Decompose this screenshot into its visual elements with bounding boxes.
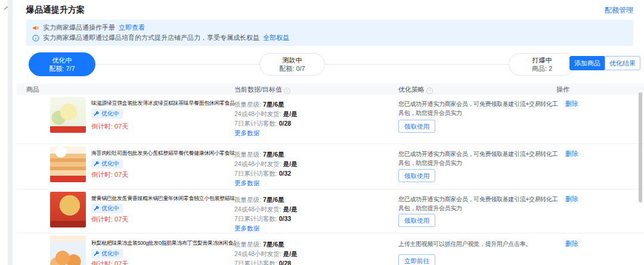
step-quota: 配额: 0/7 — [279, 64, 305, 73]
notice-line-manual: 实力商家爆品通操作手册 立即查看 — [32, 23, 627, 33]
left-gutter-rail — [8, 0, 13, 265]
product-image[interactable] — [50, 146, 86, 182]
metric-value: 7星/6星 — [263, 241, 284, 248]
notice-text-benefit: 实力商家爆品通即通过爆品培育的方式提升店铺产品力，享受专属成长权益 — [43, 33, 259, 42]
step-label: 打爆中 — [532, 56, 552, 64]
status-badge: 优化中 — [91, 249, 123, 258]
step-quota: 商品: 2 — [532, 64, 552, 73]
product-title[interactable]: 味滋源绿豆饼盒装批发薄冰皮绿豆糕抹茶味早餐面包休闲零食品小吃 — [91, 99, 236, 107]
metric-label: 7日累计访客数: — [234, 120, 277, 127]
status-label: 优化中 — [101, 160, 119, 168]
status-label: 优化中 — [101, 110, 119, 118]
metric-label: 24或48小时发货: — [234, 205, 281, 213]
metric-label: 24或48小时发货: — [234, 250, 281, 257]
table-row: 海苔肉松吐司面包批发夹心蛋糕整箱早餐代餐健康休闲小零食味滋源 优化中 倒计时: … — [17, 144, 644, 189]
step-label: 测款中 — [283, 56, 302, 64]
delete-link[interactable]: 删除 — [565, 195, 578, 204]
wrench-icon — [94, 205, 100, 211]
more-data-link[interactable]: 更多数据 — [234, 179, 259, 186]
metric-value: 0/28 — [279, 120, 291, 127]
countdown-text: 倒计时: 07天 — [91, 260, 128, 265]
metrics-block: 质量星级:7星/6星 24或48小时发货:是/是 7日累计访客数:0/33 更多… — [234, 195, 391, 233]
metric-value: 是/是 — [283, 110, 298, 117]
metric-label: 7日累计访客数: — [234, 170, 277, 177]
status-label: 优化中 — [101, 250, 119, 258]
product-title[interactable]: 秋梨枇杷味果冻盒装500g批发0脂肪果冻布丁雪梨膏果冻休闲食品 — [91, 239, 236, 247]
step-exploding[interactable]: 打爆中 商品: 2 — [509, 53, 575, 76]
product-title[interactable]: 蟹黄锅巴批发蛋黄香辣糯米锅巴童年休闲零食独立小包装整箱味滋源 — [91, 195, 236, 202]
product-image[interactable] — [50, 192, 86, 227]
metric-value: 7星/6星 — [263, 151, 284, 158]
product-title[interactable]: 海苔肉松吐司面包批发夹心蛋糕整箱早餐代餐健康休闲小零食味滋源 — [91, 149, 236, 157]
wrench-icon — [94, 161, 100, 167]
step-optimizing[interactable]: 优化中 配额: 7/7 — [29, 52, 95, 76]
countdown-text: 倒计时: 07天 — [91, 170, 128, 179]
metric-label: 24或48小时发货: — [234, 160, 281, 167]
status-label: 优化中 — [101, 204, 119, 213]
metric-label: 质量星级: — [234, 101, 261, 108]
question-circle-icon[interactable]: ? — [284, 88, 290, 94]
metric-label: 质量星级: — [234, 241, 261, 248]
stepper-connector — [95, 64, 259, 65]
wrench-icon — [94, 111, 100, 117]
table-row: 秋梨枇杷味果冻盒装500g批发0脂肪果冻布丁雪梨膏果冻休闲食品 优化中 倒计时:… — [17, 233, 644, 265]
col-header-product: 商品 — [26, 85, 39, 94]
notice-line-benefit: 实力商家爆品通即通过爆品培育的方式提升店铺产品力，享受专属成长权益 全部权益 — [32, 33, 627, 43]
metric-value: 7星/6星 — [263, 196, 284, 203]
metric-value: 是/是 — [283, 205, 298, 213]
step-quota: 配额: 7/7 — [49, 64, 75, 73]
strategy-text: 上传主图视频可以抓住用户视觉，提升用户点击率。 — [398, 239, 558, 248]
all-benefits-link[interactable]: 全部权益 — [263, 33, 289, 42]
metric-value: 0/33 — [279, 215, 291, 222]
notice-banner: 实力商家爆品通操作手册 立即查看 实力商家爆品通即通过爆品培育的方式提升店铺产品… — [26, 20, 633, 46]
step-testing[interactable]: 测款中 配额: 0/7 — [259, 53, 325, 76]
metrics-block: 质量星级:7星/6星 24或48小时发货:是/是 7日累计访客数:0/28 更多… — [234, 99, 391, 138]
metric-label: 24或48小时发货: — [234, 110, 281, 117]
col-header-strategy: 优化策略? — [398, 85, 433, 94]
strategy-text: 您已成功开通实力商家会员，可免费领取基建引流+交易转化工具包，助您提升会员实力 — [398, 149, 558, 167]
metrics-block: 质量星级:7星/6星 24或48小时发货:是/是 7日累计访客数:0/28 更多… — [234, 239, 391, 265]
col-header-data: 当前数据/目标值? — [234, 85, 290, 94]
metric-value: 是/是 — [283, 160, 298, 167]
question-circle-icon[interactable]: ? — [426, 88, 433, 94]
hot-product-plan-panel: 爆品通提升方案 配额管理 实力商家爆品通操作手册 立即查看 实力商家爆品通即通过… — [0, 0, 644, 265]
vertical-scrollbar-thumb[interactable] — [639, 92, 642, 202]
metric-label: 7日累计访客数: — [234, 260, 277, 265]
status-badge: 优化中 — [91, 159, 123, 169]
delete-link[interactable]: 删除 — [565, 99, 578, 108]
product-image[interactable] — [50, 236, 86, 265]
quota-manage-link[interactable]: 配额管理 — [605, 5, 633, 15]
col-header-action: 操作 — [556, 85, 569, 94]
optimize-result-button[interactable]: 优化结果 — [605, 56, 640, 70]
product-image[interactable] — [50, 97, 86, 133]
metrics-block: 质量星级:7星/6星 24或48小时发货:是/是 7日累计访客数:0/32 更多… — [234, 149, 391, 188]
view-now-link[interactable]: 立即查看 — [119, 23, 145, 32]
status-badge: 优化中 — [91, 109, 123, 119]
table-row: 蟹黄锅巴批发蛋黄香辣糯米锅巴童年休闲零食独立小包装整箱味滋源 优化中 倒计时: … — [17, 189, 644, 233]
wrench-icon — [94, 251, 100, 257]
metric-label: 质量星级: — [234, 151, 261, 158]
table-header: 商品 当前数据/目标值? 优化策略? 操作 — [17, 83, 644, 95]
claim-use-button[interactable]: 领取使用 — [398, 214, 435, 227]
megaphone-icon — [32, 24, 39, 32]
more-data-link[interactable]: 更多数据 — [234, 129, 259, 136]
metric-value: 0/32 — [279, 170, 291, 177]
strategy-text: 您已成功开通实力商家会员，可免费领取基建引流+交易转化工具包，助您提升会员实力 — [398, 99, 558, 117]
metric-value: 是/是 — [283, 250, 298, 257]
table-row: 味滋源绿豆饼盒装批发薄冰皮绿豆糕抹茶味早餐面包休闲零食品小吃 优化中 倒计时: … — [17, 95, 644, 144]
countdown-text: 倒计时: 07天 — [91, 215, 128, 224]
metric-value: 7星/6星 — [263, 101, 284, 108]
delete-link[interactable]: 删除 — [565, 149, 578, 158]
status-badge: 优化中 — [91, 204, 123, 213]
add-product-button[interactable]: 添加商品 — [569, 56, 605, 70]
strategy-text: 您已成功开通实力商家会员，可免费领取基建引流+交易转化工具包，助您提升会员实力 — [398, 195, 558, 213]
info-circle-icon — [32, 35, 39, 42]
claim-use-button[interactable]: 领取使用 — [398, 169, 435, 182]
go-now-button[interactable]: 立即前往 — [398, 254, 435, 265]
claim-use-button[interactable]: 领取使用 — [398, 120, 435, 133]
delete-link[interactable]: 删除 — [565, 239, 578, 248]
metric-label: 7日累计访客数: — [234, 215, 277, 222]
notice-text-manual: 实力商家爆品通操作手册 — [43, 23, 115, 32]
stepper-connector — [325, 64, 509, 65]
more-data-link[interactable]: 更多数据 — [234, 225, 259, 232]
